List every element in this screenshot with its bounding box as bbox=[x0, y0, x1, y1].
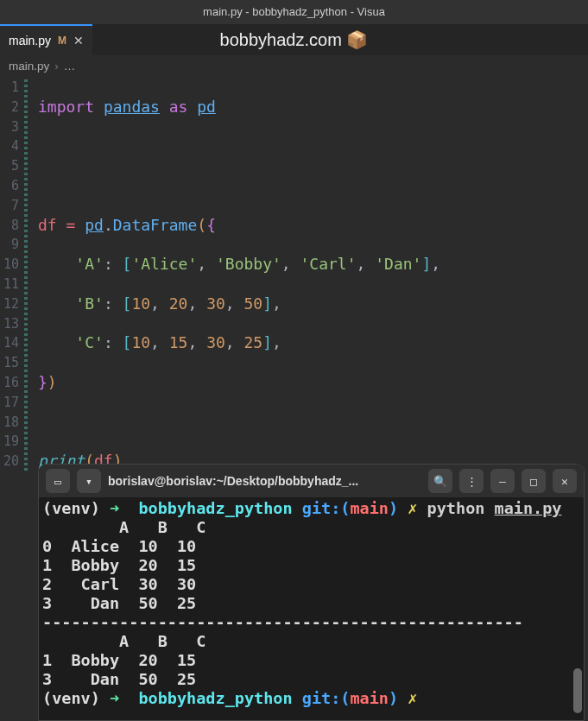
folding-strip bbox=[24, 79, 28, 471]
alias-pd: pd bbox=[197, 98, 216, 116]
key-a: 'A' bbox=[75, 255, 104, 273]
out-sep: ----------------------------------------… bbox=[42, 613, 523, 631]
line-number: 17 bbox=[0, 393, 24, 413]
str: 'Alice' bbox=[131, 255, 197, 273]
paren-close: ) bbox=[47, 373, 57, 391]
line-number: 10 bbox=[0, 255, 24, 275]
line-number: 12 bbox=[0, 294, 24, 314]
terminal-menu-icon[interactable]: ⋮ bbox=[459, 469, 484, 493]
line-gutter: 1 2 3 4 5 6 7 8 9 10 11 12 13 14 15 16 1… bbox=[0, 76, 24, 721]
cmd-python: python bbox=[427, 499, 485, 517]
out-row: 0 Alice 10 10 bbox=[42, 537, 196, 555]
breadcrumb-file: main.py bbox=[9, 60, 49, 73]
line-number: 2 bbox=[0, 98, 24, 117]
str: 'Bobby' bbox=[216, 255, 281, 273]
git-dirty-icon: ✗ bbox=[408, 689, 417, 707]
terminal-search-icon[interactable]: 🔍 bbox=[428, 469, 452, 493]
line-number: 19 bbox=[0, 432, 24, 452]
out-row: 1 Bobby 20 15 bbox=[42, 651, 196, 669]
git-label: git:( bbox=[302, 689, 351, 707]
line-number: 7 bbox=[0, 196, 24, 216]
git-branch: main bbox=[350, 499, 389, 517]
out-header: A B C bbox=[42, 518, 205, 536]
breadcrumb[interactable]: main.py › … bbox=[0, 55, 588, 76]
terminal-title: borislav@borislav:~/Desktop/bobbyhadz_..… bbox=[108, 474, 421, 488]
op-assign: = bbox=[66, 216, 76, 234]
terminal-maximize-icon[interactable]: □ bbox=[522, 469, 546, 493]
num: 10 bbox=[131, 294, 150, 313]
cmd-file: main.py bbox=[495, 499, 562, 517]
num: 30 bbox=[206, 333, 225, 351]
key-c: 'C' bbox=[75, 333, 104, 351]
colon: : bbox=[104, 255, 113, 273]
line-number: 9 bbox=[0, 235, 24, 255]
git-dirty-icon: ✗ bbox=[408, 499, 417, 517]
out-row: 3 Dan 50 25 bbox=[42, 670, 196, 688]
line-number: 13 bbox=[0, 314, 24, 334]
line-number: 14 bbox=[0, 333, 24, 353]
tab-modified-badge: M bbox=[58, 35, 66, 47]
terminal-dropdown-icon[interactable]: ▾ bbox=[77, 469, 101, 493]
bracket-open: [ bbox=[123, 255, 132, 273]
line-number: 8 bbox=[0, 216, 24, 236]
git-branch: main bbox=[350, 689, 389, 707]
code-editor[interactable]: 1 2 3 4 5 6 7 8 9 10 11 12 13 14 15 16 1… bbox=[0, 76, 588, 721]
prompt-arrow-icon: ➜ bbox=[110, 689, 119, 707]
num: 15 bbox=[169, 333, 188, 351]
breadcrumb-sep-icon: › bbox=[54, 60, 59, 73]
terminal-minimize-icon[interactable]: – bbox=[490, 469, 515, 493]
line-number: 16 bbox=[0, 373, 24, 393]
num: 50 bbox=[244, 294, 263, 313]
out-row: 1 Bobby 20 15 bbox=[42, 556, 196, 574]
line-number: 15 bbox=[0, 353, 24, 373]
prompt-dir: bobbyhadz_python bbox=[138, 689, 292, 707]
colon: : bbox=[104, 333, 113, 351]
line-number: 11 bbox=[0, 275, 24, 294]
comma: , bbox=[431, 255, 440, 273]
out-header: A B C bbox=[42, 632, 205, 650]
terminal-new-tab-icon[interactable]: ▭ bbox=[46, 469, 70, 493]
keyword-import: import bbox=[38, 98, 94, 116]
dot: . bbox=[104, 216, 113, 234]
line-number: 4 bbox=[0, 136, 24, 156]
venv-badge: (venv) bbox=[42, 689, 100, 707]
comma: , bbox=[272, 294, 281, 313]
prompt-arrow-icon: ➜ bbox=[110, 499, 119, 517]
terminal-output[interactable]: (venv) ➜ bobbyhadz_python git:(main) ✗ p… bbox=[39, 497, 584, 710]
line-number: 18 bbox=[0, 413, 24, 433]
terminal-window: ▭ ▾ borislav@borislav:~/Desktop/bobbyhad… bbox=[38, 464, 585, 721]
window-titlebar: main.py - bobbyhadz_python - Visua bbox=[0, 0, 588, 24]
ref-pd: pd bbox=[85, 216, 104, 234]
terminal-close-icon[interactable]: ✕ bbox=[553, 469, 577, 493]
num: 25 bbox=[244, 333, 263, 351]
comma: , bbox=[272, 333, 281, 351]
module-pandas: pandas bbox=[104, 98, 160, 116]
paren-open: ( bbox=[197, 216, 206, 234]
git-close: ) bbox=[389, 499, 398, 517]
num: 10 bbox=[131, 333, 150, 351]
keyword-as: as bbox=[169, 98, 188, 116]
fn-dataframe: DataFrame bbox=[113, 216, 198, 234]
out-row: 3 Dan 50 25 bbox=[42, 594, 196, 612]
tab-row: main.py M ✕ bobbyhadz.com 📦 bbox=[0, 24, 588, 55]
tab-main-py[interactable]: main.py M ✕ bbox=[0, 24, 92, 55]
line-number: 6 bbox=[0, 176, 24, 196]
key-b: 'B' bbox=[75, 294, 104, 313]
bracket-open: [ bbox=[123, 294, 132, 313]
venv-badge: (venv) bbox=[42, 499, 100, 517]
num: 30 bbox=[206, 294, 225, 313]
bracket-close: ] bbox=[262, 333, 272, 351]
line-number: 5 bbox=[0, 156, 24, 176]
line-number: 1 bbox=[0, 78, 24, 98]
terminal-titlebar: ▭ ▾ borislav@borislav:~/Desktop/bobbyhad… bbox=[39, 465, 584, 497]
line-number: 3 bbox=[0, 117, 24, 137]
prompt-dir: bobbyhadz_python bbox=[138, 499, 292, 517]
num: 20 bbox=[169, 294, 188, 313]
brace-close: } bbox=[38, 373, 47, 391]
bracket-open: [ bbox=[123, 333, 132, 351]
str: 'Dan' bbox=[375, 255, 421, 273]
terminal-scrollbar-thumb[interactable] bbox=[573, 668, 582, 713]
tab-close-icon[interactable]: ✕ bbox=[73, 34, 84, 47]
tab-label: main.py bbox=[9, 34, 51, 47]
breadcrumb-more: … bbox=[64, 60, 76, 73]
